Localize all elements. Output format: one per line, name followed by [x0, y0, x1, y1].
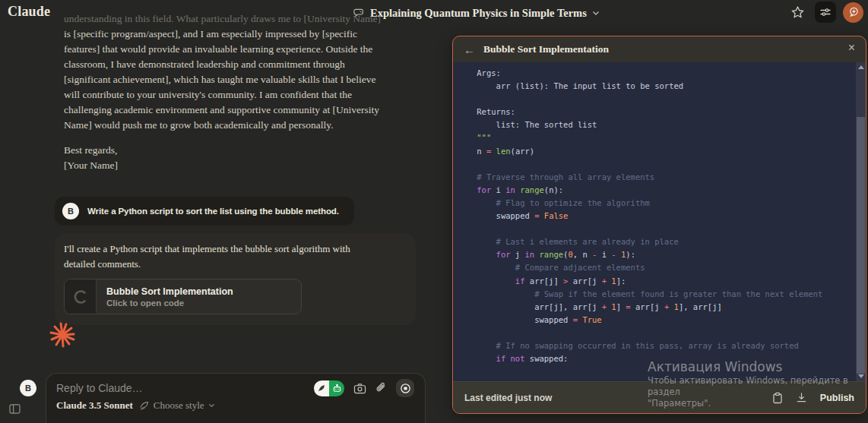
scrollbar-thumb[interactable]: [857, 117, 865, 374]
composer-actions: [314, 379, 414, 397]
back-arrow-button[interactable]: ←: [464, 44, 475, 55]
attach-paperclip-button[interactable]: [375, 382, 387, 395]
code-line: swapped = False: [458, 210, 866, 223]
code-line: swapped = True: [458, 314, 866, 327]
letter-line: [Your Name]: [64, 158, 381, 173]
profile-avatar-button[interactable]: B: [20, 380, 36, 396]
style-icon: [139, 400, 150, 411]
claude-starburst-icon: [47, 320, 78, 350]
code-line: [458, 327, 866, 339]
sliders-icon: [819, 6, 832, 18]
artifact-panel: ← Bubble Sort Implementation × Args: arr…: [452, 36, 866, 414]
code-line: list: The sorted list: [458, 118, 866, 131]
scrollbar-up-arrow[interactable]: [856, 62, 866, 72]
letter-line: classroom, I have demonstrated leadershi…: [64, 57, 381, 72]
publish-button[interactable]: Publish: [820, 393, 854, 403]
conversation-title: Explaining Quantum Physics in Simple Ter…: [370, 7, 587, 20]
screenshot-camera-button[interactable]: [353, 383, 366, 394]
artifact-loading-icon: [65, 279, 97, 314]
code-line: for j in range(0, n - i - 1):: [458, 248, 866, 261]
account-avatar-button[interactable]: [843, 2, 863, 23]
code-line: Returns:: [458, 106, 866, 118]
chat-edit-icon: [353, 7, 365, 19]
last-edited-label: Last edited just now: [464, 393, 552, 403]
letter-line: features] that would provide an invaluab…: [64, 42, 381, 57]
artifact-card-title: Bubble Sort Implementation: [106, 286, 233, 297]
letter-line: [significant achievement], which has tau…: [64, 72, 381, 87]
letter-line: challenging academic environment and sup…: [64, 103, 381, 118]
sidebar-toggle-button[interactable]: [6, 401, 23, 416]
assistant-message: I'll create a Python script that impleme…: [55, 233, 416, 325]
chevron-down-icon: [208, 403, 215, 408]
code-line: Args:: [458, 67, 866, 80]
assistant-intro-line: I'll create a Python script that impleme…: [64, 241, 407, 257]
chevron-down-icon: [592, 11, 600, 16]
footer-actions: Publish: [772, 392, 854, 404]
stop-icon: [400, 383, 411, 394]
tool-toggle[interactable]: [314, 380, 344, 396]
chat-history-icon: [847, 6, 860, 18]
code-line: if not swapped:: [458, 352, 866, 365]
star-icon: [790, 5, 805, 20]
code-line: arr[j], arr[j + 1] = arr[j + 1], arr[j]: [458, 301, 866, 314]
artifact-card-subtitle: Click to open code: [106, 298, 233, 308]
artifact-card-text: Bubble Sort Implementation Click to open…: [97, 279, 233, 314]
code-line: # Flag to optimize the algorithm: [458, 197, 866, 210]
robot-icon[interactable]: [329, 380, 344, 396]
code-line: if arr[j] > arr[j + 1]:: [458, 275, 866, 288]
code-line: n = len(arr): [458, 145, 866, 158]
code-line: # Swap if the element found is greater t…: [458, 288, 866, 301]
claude-logo[interactable]: Claude: [8, 4, 50, 20]
user-avatar: B: [62, 203, 79, 219]
code-line: # Compare adjacent elements: [458, 261, 866, 274]
profile-avatar-letter: B: [20, 380, 36, 396]
artifact-panel-title: Bubble Sort Implementation: [483, 43, 609, 55]
style-label: Choose style: [154, 399, 204, 412]
star-button[interactable]: [787, 2, 808, 23]
assistant-intro: I'll create a Python script that impleme…: [64, 241, 407, 272]
letter-line: is [specific program/aspect], and I am e…: [64, 27, 381, 42]
copy-button[interactable]: [772, 392, 783, 404]
code-line: [458, 93, 866, 106]
letter-line: Best regards,: [64, 143, 381, 158]
code-line: [458, 223, 866, 235]
code-content: Args: arr (list): The input list to be s…: [453, 62, 866, 365]
artifact-panel-footer: Last edited just now Publish: [453, 381, 866, 413]
letter-line: will contribute to your university's com…: [64, 87, 381, 103]
document-text: understanding in this field. What partic…: [64, 11, 381, 173]
code-scrollbar[interactable]: [856, 62, 866, 381]
top-bar: Claude Explaining Quantum Physics in Sim…: [0, 0, 868, 25]
feather-icon[interactable]: [314, 380, 329, 396]
user-message-text: Write a Python script to sort the list u…: [87, 207, 339, 216]
letter-line: Name] would push me to grow both academi…: [64, 118, 381, 133]
scrollbar-down-arrow[interactable]: [856, 371, 866, 381]
code-viewer: Args: arr (list): The input list to be s…: [453, 62, 866, 381]
assistant-intro-line: detailed comments.: [64, 257, 407, 272]
code-line: arr (list): The input list to be sorted: [458, 80, 866, 93]
user-message: B Write a Python script to sort the list…: [55, 197, 354, 226]
artifact-card[interactable]: Bubble Sort Implementation Click to open…: [64, 279, 302, 314]
code-line: # Last i elements are already in place: [458, 235, 866, 248]
code-line: """: [458, 131, 866, 144]
conversation-title-menu[interactable]: Explaining Quantum Physics in Simple Ter…: [353, 4, 600, 22]
composer-model-row: Claude 3.5 Sonnet Choose style: [56, 399, 215, 412]
code-line: [458, 158, 866, 171]
code-line: for i in range(n):: [458, 184, 866, 197]
code-line: # Traverse through all array elements: [458, 171, 866, 184]
composer: Claude 3.5 Sonnet Choose style: [46, 373, 426, 423]
artifact-panel-header: ← Bubble Sort Implementation ×: [453, 36, 866, 62]
topbar-actions: [787, 2, 863, 23]
reply-input[interactable]: [56, 380, 307, 396]
download-button[interactable]: [796, 392, 807, 403]
model-selector[interactable]: Claude 3.5 Sonnet: [56, 399, 133, 412]
settings-sliders-button[interactable]: [815, 2, 836, 23]
stop-recording-button[interactable]: [396, 379, 414, 397]
code-line: # If no swapping occurred in this pass, …: [458, 339, 866, 352]
close-panel-button[interactable]: ×: [848, 42, 855, 54]
style-picker[interactable]: Choose style: [139, 399, 215, 412]
